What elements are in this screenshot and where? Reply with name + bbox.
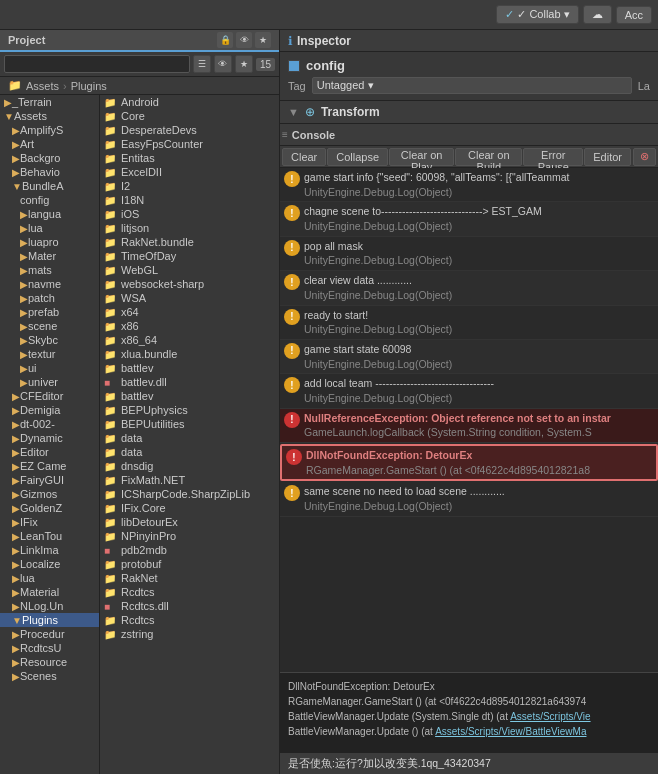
list-item[interactable]: 📁ICSharpCode.SharpZipLib [100, 487, 279, 501]
list-item[interactable]: 📁TimeOfDay [100, 249, 279, 263]
tree-item[interactable]: ▶ Gizmos [0, 487, 99, 501]
list-item[interactable]: 📁libDetourEx [100, 515, 279, 529]
list-item[interactable]: 📁battlev [100, 389, 279, 403]
console-message-3[interactable]: ! clear view data ............ UnityEngi… [280, 271, 658, 305]
tree-item[interactable]: ▶ _Terrain [0, 95, 99, 109]
list-item[interactable]: 📁battlev [100, 361, 279, 375]
tree-item[interactable]: ▶ luapro [0, 235, 99, 249]
tree-item[interactable]: ▶ LinkIma [0, 543, 99, 557]
list-item[interactable]: 📁websocket-sharp [100, 277, 279, 291]
tree-item[interactable]: ▶ Material [0, 585, 99, 599]
tree-item[interactable]: ▶ navme [0, 277, 99, 291]
list-item[interactable]: 📁dnsdig [100, 459, 279, 473]
console-message-4[interactable]: ! ready to start! UnityEngine.Debug.Log(… [280, 306, 658, 340]
console-message-6[interactable]: ! add local team -----------------------… [280, 374, 658, 408]
error-pause-button[interactable]: Error Pause [523, 148, 583, 166]
tree-item[interactable]: ▶ Mater [0, 249, 99, 263]
tree-item[interactable]: ▶ langua [0, 207, 99, 221]
list-item[interactable]: 📁x86_64 [100, 333, 279, 347]
collab-button[interactable]: ✓ ✓ Collab ▾ [496, 5, 578, 24]
console-message-7[interactable]: ! NullReferenceException: Object referen… [280, 409, 658, 443]
list-item[interactable]: 📁DesperateDevs [100, 123, 279, 137]
tree-item[interactable]: config [0, 193, 99, 207]
collapse-button[interactable]: Collapse [327, 148, 388, 166]
stack-link[interactable]: Assets/Scripts/View/BattleViewMa [435, 726, 586, 737]
breadcrumb-plugins[interactable]: Plugins [71, 80, 107, 92]
tree-item[interactable]: ▶ patch [0, 291, 99, 305]
tree-item[interactable]: ▶ Behavio [0, 165, 99, 179]
search-filter-btn[interactable]: ☰ [193, 55, 211, 73]
list-item[interactable]: 📁xlua.bundle [100, 347, 279, 361]
search-input[interactable] [4, 55, 190, 73]
tree-item[interactable]: ▼ Assets [0, 109, 99, 123]
tree-item[interactable]: ▶ Art [0, 137, 99, 151]
tree-item[interactable]: ▶ lua [0, 571, 99, 585]
tree-item[interactable]: ▶ Skybc [0, 333, 99, 347]
list-item[interactable]: 📁EasyFpsCounter [100, 137, 279, 151]
list-item[interactable]: ■Rcdtcs.dll [100, 599, 279, 613]
tree-item[interactable]: ▶ Backgro [0, 151, 99, 165]
tree-item[interactable]: ▶ Editor [0, 445, 99, 459]
list-item[interactable]: ■pdb2mdb [100, 543, 279, 557]
search-eye-btn[interactable]: 👁 [214, 55, 232, 73]
editor-button[interactable]: Editor [584, 148, 631, 166]
console-message-0[interactable]: ! game start info {"seed": 60098, "allTe… [280, 168, 658, 202]
tree-item[interactable]: ▶ textur [0, 347, 99, 361]
list-item[interactable]: 📁Rcdtcs [100, 585, 279, 599]
tree-item-plugins[interactable]: ▼ Plugins [0, 613, 99, 627]
tree-item[interactable]: ▶ Procedur [0, 627, 99, 641]
list-item[interactable]: 📁WebGL [100, 263, 279, 277]
console-messages[interactable]: ! game start info {"seed": 60098, "allTe… [280, 168, 658, 672]
tree-item[interactable]: ▶ mats [0, 263, 99, 277]
tree-item[interactable]: ▶ FairyGUI [0, 473, 99, 487]
tree-item[interactable]: ▶ NLog.Un [0, 599, 99, 613]
list-item[interactable]: 📁I18N [100, 193, 279, 207]
list-item[interactable]: 📁FixMath.NET [100, 473, 279, 487]
list-item[interactable]: 📁protobuf [100, 557, 279, 571]
list-item[interactable]: 📁Entitas [100, 151, 279, 165]
star-icon-btn[interactable]: ★ [255, 32, 271, 48]
tree-item[interactable]: ▶ EZ Came [0, 459, 99, 473]
tree-item[interactable]: ▶ AmplifyS [0, 123, 99, 137]
tree-item[interactable]: ▶ RcdtcsU [0, 641, 99, 655]
list-item[interactable]: 📁x86 [100, 319, 279, 333]
breadcrumb-assets[interactable]: Assets [26, 80, 59, 92]
tree-item[interactable]: ▶ Dynamic [0, 431, 99, 445]
error-filter-button[interactable]: ⊗ [633, 148, 656, 166]
list-item[interactable]: 📁ExcelDII [100, 165, 279, 179]
console-message-2[interactable]: ! pop all mask UnityEngine.Debug.Log(Obj… [280, 237, 658, 271]
list-item[interactable]: ■battlev.dll [100, 375, 279, 389]
tree-item[interactable]: ▶ Demigia [0, 403, 99, 417]
tree-item[interactable]: ▶ Resource [0, 655, 99, 669]
stack-link[interactable]: Assets/Scripts/Vie [510, 711, 590, 722]
tree-item[interactable]: ▶ ui [0, 361, 99, 375]
list-item[interactable]: 📁RakNet.bundle [100, 235, 279, 249]
tree-item[interactable]: ▼ BundleA [0, 179, 99, 193]
list-item[interactable]: 📁iOS [100, 207, 279, 221]
console-message-5[interactable]: ! game start state 60098 UnityEngine.Deb… [280, 340, 658, 374]
inspector-tab[interactable]: ℹ Inspector [280, 30, 658, 52]
list-item[interactable]: 📁BEPUutilities [100, 417, 279, 431]
active-checkbox[interactable] [288, 60, 300, 72]
tree-item[interactable]: ▶ LeanTou [0, 529, 99, 543]
clear-on-play-button[interactable]: Clear on Play [389, 148, 454, 166]
cloud-button[interactable]: ☁ [583, 5, 612, 24]
lock-icon-btn[interactable]: 🔒 [217, 32, 233, 48]
list-item[interactable]: 📁NPinyinPro [100, 529, 279, 543]
console-message-8[interactable]: ! DllNotFoundException: DetourEx RGameMa… [280, 444, 658, 481]
list-item[interactable]: 📁x64 [100, 305, 279, 319]
list-item[interactable]: 📁RakNet [100, 571, 279, 585]
project-tab[interactable]: Project 🔒 👁 ★ [0, 30, 279, 52]
list-item[interactable]: 📁zstring [100, 627, 279, 641]
tree-item[interactable]: ▶ Scenes [0, 669, 99, 683]
tree-item[interactable]: ▶ Localize [0, 557, 99, 571]
list-item[interactable]: 📁litjson [100, 221, 279, 235]
tree-item[interactable]: ▶ GoldenZ [0, 501, 99, 515]
tree-item[interactable]: ▶ scene [0, 319, 99, 333]
acc-button[interactable]: Acc [616, 6, 652, 24]
search-star-btn[interactable]: ★ [235, 55, 253, 73]
list-item[interactable]: 📁data [100, 445, 279, 459]
list-item[interactable]: 📁I2 [100, 179, 279, 193]
list-item[interactable]: 📁data [100, 431, 279, 445]
eye-icon-btn[interactable]: 👁 [236, 32, 252, 48]
